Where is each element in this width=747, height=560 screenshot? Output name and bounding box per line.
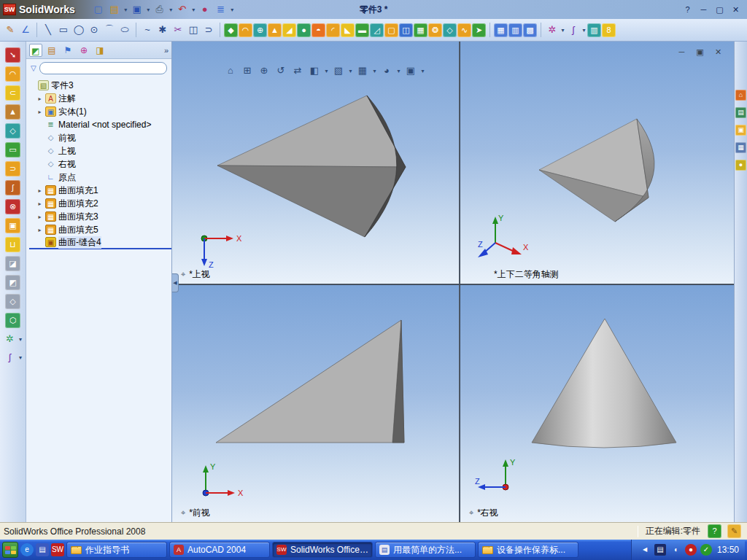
- taskbar-button-folder1[interactable]: 作业指导书: [66, 542, 167, 558]
- show-desktop-icon[interactable]: ▤: [36, 543, 49, 556]
- viewport-front-view[interactable]: Y X ⌖ *前视: [172, 285, 460, 522]
- internet-explorer-icon[interactable]: e: [20, 543, 34, 556]
- tree-item-top-plane[interactable]: ◇ 上视: [29, 144, 171, 158]
- offset-surface-icon[interactable]: ⊃: [5, 161, 20, 176]
- scene-dropdown-icon[interactable]: ▾: [420, 68, 425, 74]
- options-icon[interactable]: ≣: [214, 2, 228, 17]
- section-dropdown-icon[interactable]: ▾: [324, 68, 329, 74]
- boundary-surface-icon[interactable]: ◇: [5, 123, 20, 139]
- maximize-icon[interactable]: ▢: [713, 4, 727, 16]
- trim-entities-icon[interactable]: ✂: [171, 23, 185, 37]
- new-document-icon[interactable]: ▢: [91, 2, 106, 17]
- taskbar-button-folder2[interactable]: 设备操作保养标...: [478, 542, 578, 558]
- line-tool-icon[interactable]: ╲: [41, 23, 55, 37]
- solidworks-quicklaunch-icon[interactable]: SW: [51, 543, 64, 556]
- fill-surface-dropdown-icon[interactable]: ▾: [18, 336, 23, 343]
- tree-item-surface-fill5[interactable]: ▸ ▦ 曲面填充5: [29, 223, 171, 236]
- linear-pattern-icon[interactable]: ▦: [414, 23, 427, 37]
- design-library-icon[interactable]: ▤: [735, 107, 746, 118]
- propertymanager-tab[interactable]: ▤: [45, 44, 58, 57]
- fill-pattern-icon[interactable]: ▩: [523, 23, 537, 37]
- tree-item-surface-fill2[interactable]: ▸ ▦ 曲面填充2: [29, 197, 171, 210]
- sketch-driven-pattern-icon[interactable]: ▥: [508, 23, 522, 37]
- taskbar-button-solidworks[interactable]: SW SolidWorks Office ...: [272, 542, 373, 558]
- rebuild-icon[interactable]: ●: [198, 2, 212, 17]
- start-button[interactable]: [2, 542, 18, 558]
- tree-item-right-plane[interactable]: ◇ 右视: [29, 158, 171, 171]
- planar-surface-icon[interactable]: ▭: [5, 142, 20, 158]
- replace-face-icon[interactable]: ▣: [5, 218, 20, 233]
- volume-icon[interactable]: ◖: [670, 544, 681, 556]
- sketch-icon[interactable]: ✎: [3, 23, 18, 37]
- curves-icon[interactable]: ∿: [457, 23, 471, 37]
- tree-item-solid-bodies[interactable]: ▸ ▣ 实体(1): [29, 105, 171, 118]
- undo-icon[interactable]: ↶: [175, 2, 190, 17]
- options-dropdown-icon[interactable]: ▾: [230, 7, 235, 13]
- lofted-boss-icon[interactable]: ▲: [268, 23, 282, 37]
- fill-surface-icon[interactable]: ✲: [3, 332, 18, 346]
- spline-curve-icon[interactable]: ʃ: [566, 23, 581, 37]
- untrim-surface-icon[interactable]: ◩: [5, 275, 20, 290]
- extend-surface-icon[interactable]: ⊔: [5, 237, 20, 252]
- help-icon[interactable]: ?: [681, 4, 694, 16]
- reference-geometry-icon[interactable]: ◇: [443, 23, 457, 37]
- circle-tool-icon[interactable]: ◯: [71, 23, 86, 37]
- zoom-fit-icon[interactable]: ⌂: [223, 63, 238, 78]
- dimxpertmanager-tab[interactable]: ⊕: [77, 44, 90, 57]
- thicken-icon[interactable]: ⬡: [5, 313, 20, 328]
- revolved-cut-icon[interactable]: ◓: [311, 23, 325, 37]
- expand-arrow-icon[interactable]: ▸: [36, 96, 43, 102]
- spline-curve-dropdown-icon[interactable]: ▾: [581, 27, 587, 34]
- displaymanager-tab[interactable]: ◨: [93, 44, 107, 57]
- save-icon[interactable]: ▣: [130, 2, 144, 17]
- shell-icon[interactable]: ▢: [384, 23, 398, 37]
- resources-home-icon[interactable]: ⌂: [735, 90, 746, 101]
- delete-face-icon[interactable]: ⊗: [5, 199, 20, 214]
- display-style-icon[interactable]: ▧: [331, 63, 346, 78]
- mirror-entities-icon[interactable]: ◫: [186, 23, 201, 37]
- scene-icon[interactable]: ▣: [403, 63, 418, 78]
- section-view-icon[interactable]: ◧: [307, 63, 322, 78]
- viewport-right-view[interactable]: Y Z ⌖ *右视: [460, 285, 734, 522]
- display-style-dropdown-icon[interactable]: ▾: [348, 68, 353, 74]
- lofted-surface-icon[interactable]: ▲: [5, 104, 20, 120]
- chamfer-icon[interactable]: ◣: [341, 23, 355, 37]
- ellipse-tool-icon[interactable]: ⬭: [117, 23, 132, 37]
- doc-close-icon[interactable]: ✕: [711, 46, 725, 58]
- file-explorer-icon[interactable]: ▣: [735, 125, 746, 136]
- instant3d-icon[interactable]: ➤: [472, 23, 486, 37]
- view-orientation-dropdown-icon[interactable]: ▾: [372, 68, 377, 74]
- freeform-dropdown-icon[interactable]: ▾: [560, 27, 565, 34]
- expand-arrow-icon[interactable]: ▸: [36, 214, 43, 220]
- tree-item-front-plane[interactable]: ◇ 前视: [29, 131, 171, 144]
- table-pattern-icon[interactable]: ▦: [494, 23, 508, 37]
- revolved-surface-icon[interactable]: ◠: [5, 66, 20, 82]
- expand-arrow-icon[interactable]: ▸: [36, 187, 43, 194]
- print-icon[interactable]: ⎙: [152, 2, 167, 17]
- arc-tool-icon[interactable]: ⌒: [102, 23, 117, 37]
- tree-item-material[interactable]: ≣ Material <not specified>: [29, 118, 171, 131]
- open-dropdown-icon[interactable]: ▾: [123, 7, 128, 13]
- antivirus-icon[interactable]: ●: [685, 544, 697, 556]
- perimeter-circle-tool-icon[interactable]: ⊙: [87, 23, 101, 37]
- viewport-top-view[interactable]: X Z ⌖ *上视 ⌂ ⊞ ⊕ ↺ ⇄ ◧▾ ▧▾ ▦▾ ◕▾ ▣▾: [172, 42, 460, 284]
- open-document-icon[interactable]: ▤: [107, 2, 122, 17]
- point-tool-icon[interactable]: ✱: [155, 23, 170, 37]
- safety-icon[interactable]: ✓: [700, 544, 712, 556]
- view-orientation-button-icon[interactable]: ▦: [355, 63, 370, 78]
- taskbar-button-autocad[interactable]: A AutoCAD 2004: [169, 542, 270, 558]
- hole-wizard-icon[interactable]: ●: [297, 23, 311, 37]
- tray-chevron-icon[interactable]: ◀: [639, 544, 651, 556]
- tree-item-surface-knit4[interactable]: ▣ 曲面-缝合4: [29, 236, 171, 249]
- save-dropdown-icon[interactable]: ▾: [146, 7, 151, 13]
- appearances-scenes-icon[interactable]: ●: [735, 160, 746, 171]
- quick-tips-help-icon[interactable]: ?: [708, 524, 721, 538]
- appearance-icon[interactable]: ◕: [379, 63, 394, 78]
- tree-item-surface-fill1[interactable]: ▸ ▦ 曲面填充1: [29, 184, 171, 197]
- smart-dimension-icon[interactable]: ∠: [18, 23, 33, 37]
- offset-entities-icon[interactable]: ⊃: [201, 23, 216, 37]
- taskbar-button-document[interactable]: ▤ 用最简单的方法...: [375, 542, 476, 558]
- status-tool-icon[interactable]: ✎: [727, 524, 741, 538]
- fillet-icon[interactable]: ◜: [326, 23, 340, 37]
- zoom-area-icon[interactable]: ⊞: [240, 63, 255, 78]
